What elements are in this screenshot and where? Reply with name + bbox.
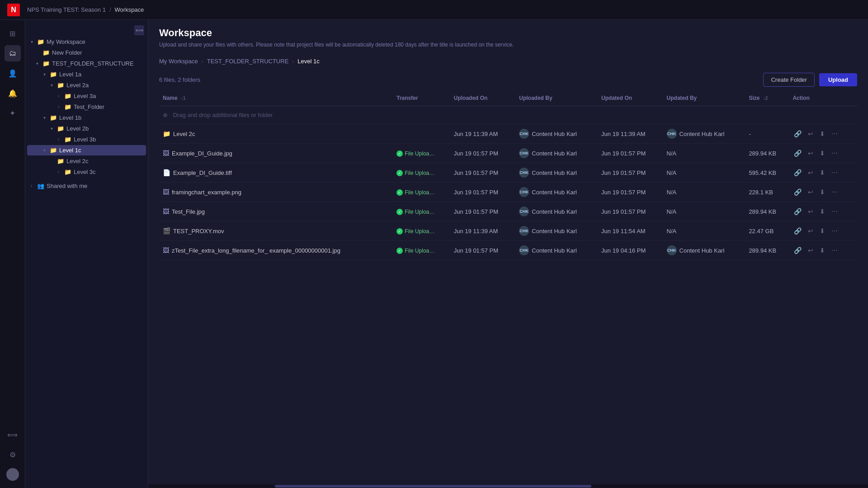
sidebar-item-test-folder-structure[interactable]: ▾ 📁 TEST_FOLDER_STRUCTURE (27, 58, 146, 69)
download-icon[interactable]: ⬇ (818, 226, 826, 236)
chevron-right-icon: › (58, 169, 64, 174)
table-row[interactable]: 📄 Example_DI_Guide.tiff ✓File Uploa… Jun… (159, 163, 857, 183)
chevron-down-icon: ▾ (36, 61, 42, 66)
sidebar-item-level-2a[interactable]: ▾ 📁 Level 2a (27, 80, 146, 90)
sidebar-item-test-folder[interactable]: › 📁 Test_Folder (27, 102, 146, 112)
action-cell: 🔗 ↩ ⬇ ⋯ (793, 148, 854, 158)
share-icon[interactable]: ↩ (807, 187, 815, 197)
sidebar-item-level-1b[interactable]: ▾ 📁 Level 1b (27, 113, 146, 123)
link-icon[interactable]: 🔗 (793, 187, 803, 197)
more-icon[interactable]: ⋯ (830, 226, 839, 236)
sidebar-item-level-1a[interactable]: ▾ 📁 Level 1a (27, 69, 146, 80)
horizontal-scrollbar[interactable] (148, 484, 868, 488)
size-cell: 595.42 KB (745, 163, 789, 183)
download-icon[interactable]: ⬇ (818, 148, 826, 158)
uploaded-on-cell: Jun 19 01:57 PM (450, 241, 516, 260)
share-icon[interactable]: ↩ (807, 148, 815, 158)
file-count: 6 files, 2 folders (159, 76, 200, 83)
table-row[interactable]: 🖼 Example_DI_Guide.jpg ✓File Uploa… Jun … (159, 144, 857, 163)
folder-nav-tfs[interactable]: TEST_FOLDER_STRUCTURE (207, 58, 289, 65)
sidebar-new-folder-label: New Folder (52, 49, 142, 56)
more-icon[interactable]: ⋯ (830, 168, 839, 178)
share-icon[interactable]: ↩ (807, 129, 815, 139)
folder-nav-root[interactable]: My Workspace (159, 58, 198, 65)
sidebar-level2b-label: Level 2b (66, 125, 142, 132)
more-icon[interactable]: ⋯ (830, 148, 839, 158)
download-icon[interactable]: ⬇ (818, 206, 826, 216)
breadcrumb-project[interactable]: NPS Training TEST: Season 1 (27, 6, 106, 13)
sidebar-item-level-3b[interactable]: › 📁 Level 3b (27, 134, 146, 145)
uploader-avatar: CHK (519, 129, 529, 139)
folder-nav-sep-1: › (202, 58, 203, 65)
table-row[interactable]: 🖼 zTest_File_extra_long_filename_for_ ex… (159, 241, 857, 260)
avatar[interactable] (5, 466, 21, 483)
share-icon[interactable]: ↩ (807, 168, 815, 178)
col-updated-by[interactable]: Updated By (663, 90, 745, 106)
sidebar-item-level-1c[interactable]: ▾ 📁 Level 1c (27, 145, 146, 155)
uploader-name: Content Hub Karl (532, 169, 577, 176)
chevron-right-icon: › (58, 137, 64, 142)
files-icon[interactable]: 🗂 (5, 45, 21, 61)
netflix-logo: N (7, 4, 20, 16)
share-icon[interactable]: ↩ (807, 245, 815, 255)
download-icon[interactable]: ⬇ (818, 168, 826, 178)
link-icon[interactable]: 🔗 (793, 206, 803, 216)
share-icon[interactable]: ↩ (807, 206, 815, 216)
updated-by-cell: N/A (663, 163, 745, 183)
uploaded-by-cell: CHK Content Hub Karl (515, 202, 598, 221)
link-icon[interactable]: 🔗 (793, 245, 803, 255)
sidebar-item-new-folder[interactable]: 📁 New Folder (27, 47, 146, 58)
sidebar-level3a-label: Level 3a (74, 93, 142, 99)
col-name[interactable]: Name ↕1 (159, 90, 393, 106)
download-icon[interactable]: ⬇ (818, 245, 826, 255)
collapse-icon[interactable]: ⟺ (5, 427, 21, 443)
more-icon[interactable]: ⋯ (830, 206, 839, 216)
sidebar-toggle-button[interactable]: ⟺ (134, 25, 144, 35)
action-cell: 🔗 ↩ ⬇ ⋯ (793, 206, 854, 216)
download-icon[interactable]: ⬇ (818, 129, 826, 139)
download-icon[interactable]: ⬇ (818, 187, 826, 197)
col-uploaded-on[interactable]: Uploaded On (450, 90, 516, 106)
col-size[interactable]: Size ↕2 (745, 90, 789, 106)
table-row[interactable]: 🖼 framingchart_example.png ✓File Uploa… … (159, 183, 857, 202)
uploaded-on-cell: Jun 19 11:39 AM (450, 221, 516, 241)
gear-icon[interactable]: ⚙ (5, 446, 21, 463)
link-icon[interactable]: 🔗 (793, 168, 803, 178)
create-folder-button[interactable]: Create Folder (763, 73, 814, 87)
home-icon[interactable]: ⊞ (5, 25, 21, 42)
col-uploaded-by[interactable]: Uploaded By (515, 90, 598, 106)
transfer-cell: ✓File Uploa… (393, 221, 450, 241)
sidebar-item-shared-with-me[interactable]: › 👥 Shared with me (27, 181, 146, 191)
uploader-avatar: CHK (667, 245, 677, 255)
upload-button[interactable]: Upload (819, 73, 857, 86)
link-icon[interactable]: 🔗 (793, 226, 803, 236)
file-name: Level 2c (173, 131, 195, 137)
col-updated-on[interactable]: Updated On (598, 90, 663, 106)
level2a-folder-icon: 📁 (57, 82, 64, 89)
table-row[interactable]: 🎬 TEST_PROXY.mov ✓File Uploa… Jun 19 11:… (159, 221, 857, 241)
transfer-cell: ✓File Uploa… (393, 163, 450, 183)
sidebar-item-my-workspace[interactable]: ▾ 📁 My Workspace (27, 37, 146, 47)
sidebar-item-level-2b[interactable]: ▾ 📁 Level 2b (27, 123, 146, 134)
size-cell: - (745, 124, 789, 144)
link-icon[interactable]: 🔗 (793, 148, 803, 158)
sidebar-item-level-3a[interactable]: › 📁 Level 3a (27, 91, 146, 101)
page-subtitle: Upload and share your files with others.… (159, 42, 857, 48)
uploader-name: Content Hub Karl (532, 208, 577, 215)
share-icon[interactable]: ↩ (807, 226, 815, 236)
more-icon[interactable]: ⋯ (830, 245, 839, 255)
more-icon[interactable]: ⋯ (830, 129, 839, 139)
ai-icon[interactable]: ✦ (5, 105, 21, 121)
sidebar-item-level-2c[interactable]: 📁 Level 2c (27, 156, 146, 166)
bell-icon[interactable]: 🔔 (5, 85, 21, 101)
top-navigation: N NPS Training TEST: Season 1 / Workspac… (0, 0, 868, 20)
col-transfer[interactable]: Transfer (393, 90, 450, 106)
user-icon[interactable]: 👤 (5, 65, 21, 81)
uploaded-on-cell: Jun 19 01:57 PM (450, 202, 516, 221)
sidebar-item-level-3c[interactable]: › 📁 Level 3c (27, 167, 146, 177)
table-row[interactable]: 📁 Level 2c Jun 19 11:39 AM CHK Content H… (159, 124, 857, 144)
link-icon[interactable]: 🔗 (793, 129, 803, 139)
more-icon[interactable]: ⋯ (830, 187, 839, 197)
table-row[interactable]: 🖼 Test_File.jpg ✓File Uploa… Jun 19 01:5… (159, 202, 857, 221)
chevron-down-icon: ▾ (43, 148, 50, 153)
